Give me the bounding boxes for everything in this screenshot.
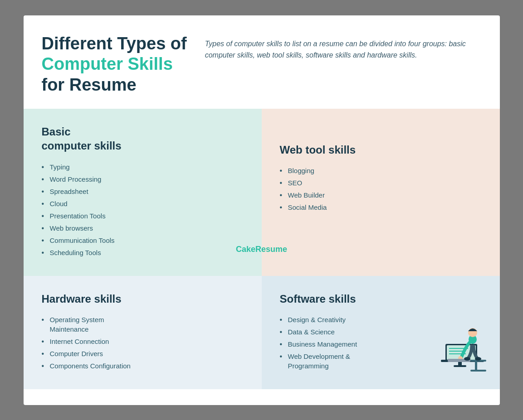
- header-section: Different Types of Computer Skills for R…: [24, 15, 500, 109]
- skills-grid: Basiccomputer skills Typing Word Process…: [24, 109, 500, 389]
- quadrant-basic: Basiccomputer skills Typing Word Process…: [24, 109, 262, 275]
- hardware-title: Hardware skills: [42, 292, 244, 306]
- list-item: Components Configuration: [42, 361, 244, 371]
- basic-title: Basiccomputer skills: [42, 125, 244, 153]
- svg-rect-10: [470, 370, 486, 372]
- list-item: Cloud: [42, 199, 244, 208]
- main-title: Different Types of Computer Skills for R…: [42, 34, 187, 96]
- list-item: Spreadsheet: [42, 187, 244, 196]
- list-item: Word Processing: [42, 174, 244, 184]
- list-item: Scheduling Tools: [42, 248, 244, 257]
- quadrant-web: Web tool skills Blogging SEO Web Builder…: [262, 109, 500, 275]
- svg-point-16: [475, 357, 481, 361]
- svg-rect-2: [454, 365, 466, 367]
- title-line3: for Resume: [42, 75, 187, 96]
- list-item: Operating SystemMaintenance: [42, 315, 244, 334]
- hardware-skill-list: Operating SystemMaintenance Internet Con…: [42, 315, 244, 371]
- quadrant-software: Software skills Design & Creativity Data…: [262, 276, 500, 389]
- list-item: Computer Drivers: [42, 349, 244, 358]
- person-illustration: [432, 317, 491, 380]
- list-item: Presentation Tools: [42, 211, 244, 221]
- title-line2: Computer Skills: [42, 54, 187, 75]
- list-item: Typing: [42, 162, 244, 172]
- list-item: Web browsers: [42, 223, 244, 233]
- list-item: SEO: [280, 178, 482, 188]
- web-skill-list: Blogging SEO Web Builder Social Media: [280, 166, 482, 212]
- svg-rect-9: [475, 362, 477, 370]
- software-title: Software skills: [280, 292, 482, 306]
- list-item: Communication Tools: [42, 236, 244, 245]
- quadrant-hardware: Hardware skills Operating SystemMaintena…: [24, 276, 262, 389]
- title-line1: Different Types of: [42, 34, 187, 54]
- list-item: Social Media: [280, 203, 482, 212]
- svg-point-15: [464, 357, 470, 361]
- basic-skill-list: Typing Word Processing Spreadsheet Cloud…: [42, 162, 244, 257]
- skills-grid-container: Basiccomputer skills Typing Word Process…: [24, 109, 500, 389]
- header-description: Types of computer skills to list on a re…: [205, 34, 482, 61]
- list-item: Internet Connection: [42, 337, 244, 346]
- main-card: Different Types of Computer Skills for R…: [24, 15, 500, 405]
- web-title: Web tool skills: [280, 143, 482, 157]
- list-item: Web Builder: [280, 190, 482, 200]
- list-item: Blogging: [280, 166, 482, 175]
